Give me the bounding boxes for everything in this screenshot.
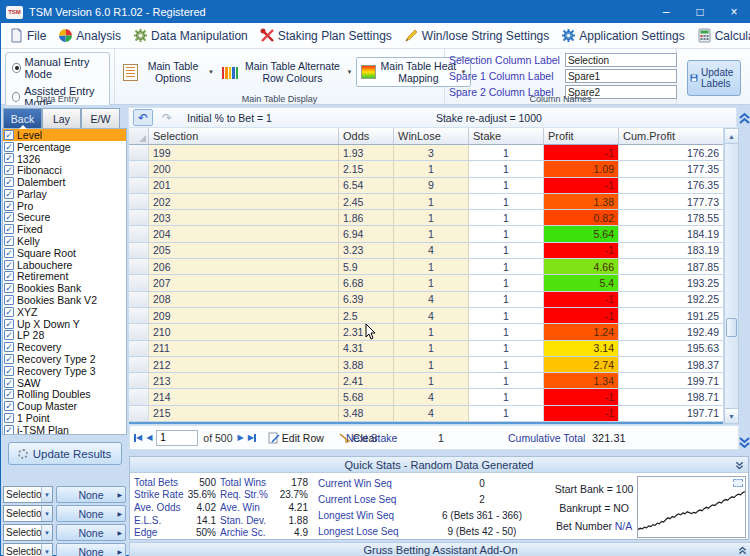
select-all-corner[interactable]	[129, 128, 149, 145]
plan-checkbox[interactable]: ✓	[4, 342, 14, 352]
cell-odds[interactable]: 2.41	[339, 373, 394, 389]
table-row[interactable]: 209 2.5 4 1 -1 191.25	[129, 308, 723, 324]
selection-combo[interactable]: Selection ▼	[3, 486, 53, 503]
cell-selection[interactable]: 210	[149, 324, 339, 340]
row-handle[interactable]	[129, 341, 149, 357]
cell-cum-profit[interactable]: 192.49	[619, 324, 723, 340]
col-header-stake[interactable]: Stake	[469, 128, 544, 145]
cell-profit[interactable]: -1	[544, 406, 619, 422]
cell-stake[interactable]: 1	[469, 226, 544, 242]
table-row[interactable]: 211 4.31 1 1 3.14 195.63	[129, 341, 723, 357]
cell-winlose[interactable]: 4	[394, 243, 469, 259]
cell-winlose[interactable]: 4	[394, 308, 469, 324]
row-handle[interactable]	[129, 373, 149, 389]
cell-profit[interactable]: 2.74	[544, 357, 619, 373]
plan-checkbox[interactable]: ✓	[4, 260, 14, 270]
plan-list-item[interactable]: ✓ Fibonacci	[3, 164, 126, 176]
plan-checkbox[interactable]: ✓	[4, 401, 14, 411]
table-row[interactable]: 200 2.15 1 1 1.09 177.35	[129, 161, 723, 177]
maximize-button[interactable]: □	[683, 1, 717, 23]
chevron-down-icon[interactable]: ▼	[41, 487, 52, 502]
row-handle[interactable]	[129, 292, 149, 308]
row-handle[interactable]	[129, 406, 149, 422]
plan-checkbox[interactable]: ✓	[4, 248, 14, 258]
plan-checkbox[interactable]: ✓	[4, 378, 14, 388]
cell-stake[interactable]: 1	[469, 406, 544, 422]
table-row[interactable]: 215 3.48 4 1 -1 197.71	[129, 406, 723, 422]
cell-stake[interactable]: 1	[469, 243, 544, 259]
plan-checkbox[interactable]: ✓	[4, 389, 14, 399]
cell-profit[interactable]: -1	[544, 308, 619, 324]
selection-column-label-input[interactable]	[565, 53, 677, 67]
cell-stake[interactable]: 1	[469, 389, 544, 405]
cell-stake[interactable]: 1	[469, 357, 544, 373]
cell-odds[interactable]: 5.68	[339, 389, 394, 405]
none-button[interactable]: None ▶	[56, 486, 126, 503]
cell-selection[interactable]: 205	[149, 243, 339, 259]
plan-checkbox[interactable]: ✓	[4, 153, 14, 163]
update-results-button[interactable]: Update Results	[8, 442, 122, 465]
menu-item-calculators[interactable]: Calculators	[692, 25, 750, 46]
cell-stake[interactable]: 1	[469, 324, 544, 340]
edit-row-button[interactable]: Edit Row	[268, 432, 324, 444]
cell-winlose[interactable]: 4	[394, 292, 469, 308]
table-row[interactable]: 204 6.94 1 1 5.64 184.19	[129, 226, 723, 242]
cell-cum-profit[interactable]: 187.85	[619, 259, 723, 275]
cell-selection[interactable]: 206	[149, 259, 339, 275]
plan-list-item[interactable]: ✓ 1 Point	[3, 412, 126, 424]
tab-back[interactable]: Back	[3, 108, 42, 128]
plan-checkbox[interactable]: ✓	[4, 165, 14, 175]
cell-winlose[interactable]: 1	[394, 226, 469, 242]
cell-stake[interactable]: 1	[469, 292, 544, 308]
plan-list-item[interactable]: ✓ Secure	[3, 212, 126, 224]
collapse-down-button[interactable]	[738, 435, 750, 448]
menu-item-data-manipulation[interactable]: Data Manipulation	[128, 25, 255, 46]
plan-checkbox[interactable]: ✓	[4, 224, 14, 234]
cell-selection[interactable]: 202	[149, 194, 339, 210]
cell-profit[interactable]: 4.66	[544, 259, 619, 275]
col-header-cum-profit[interactable]: Cum.Profit	[619, 128, 723, 145]
none-button[interactable]: None ▶	[56, 524, 126, 541]
cell-odds[interactable]: 6.68	[339, 275, 394, 291]
cell-stake[interactable]: 1	[469, 259, 544, 275]
cell-profit[interactable]: 0.82	[544, 210, 619, 226]
cell-winlose[interactable]: 1	[394, 341, 469, 357]
scroll-up-arrow[interactable]: ▲	[725, 129, 738, 144]
cell-cum-profit[interactable]: 178.55	[619, 210, 723, 226]
row-handle[interactable]	[129, 161, 149, 177]
plan-list-item[interactable]: ✓ SAW	[3, 377, 126, 389]
table-row[interactable]: 207 6.68 1 1 5.4 193.25	[129, 275, 723, 291]
plan-checkbox[interactable]: ✓	[4, 319, 14, 329]
menu-item-winlose-string-settings[interactable]: Win/lose String Settings	[399, 25, 556, 46]
plan-checkbox[interactable]: ✓	[4, 354, 14, 364]
plan-checkbox[interactable]: ✓	[4, 307, 14, 317]
row-handle[interactable]	[129, 259, 149, 275]
main-table-options-button[interactable]: Main Table Options ▼	[119, 58, 218, 86]
chevron-down-icon[interactable]: ▼	[41, 544, 52, 556]
quick-stats-header[interactable]: Quick Stats - Random Data Generated	[130, 457, 748, 473]
plan-checkbox[interactable]: ✓	[4, 295, 14, 305]
tab-lay[interactable]: Lay	[42, 108, 81, 128]
plan-list-item[interactable]: ✓ i-TSM Plan	[3, 424, 126, 435]
cell-selection[interactable]: 215	[149, 406, 339, 422]
cell-cum-profit[interactable]: 184.19	[619, 226, 723, 242]
col-header-winlose[interactable]: WinLose	[394, 128, 469, 145]
plan-checkbox[interactable]: ✓	[4, 212, 14, 222]
cell-winlose[interactable]: 1	[394, 210, 469, 226]
plan-list-item[interactable]: ✓ Retirement	[3, 271, 126, 283]
row-handle[interactable]	[129, 243, 149, 259]
row-handle[interactable]	[129, 145, 149, 161]
row-handle[interactable]	[129, 308, 149, 324]
cell-winlose[interactable]: 1	[394, 194, 469, 210]
plan-list-item[interactable]: ✓ Square Root	[3, 247, 126, 259]
update-labels-button[interactable]: Update Labels	[687, 60, 741, 96]
cell-selection[interactable]: 212	[149, 357, 339, 373]
cell-cum-profit[interactable]: 195.63	[619, 341, 723, 357]
plan-checkbox[interactable]: ✓	[4, 236, 14, 246]
row-handle[interactable]	[129, 226, 149, 242]
cell-winlose[interactable]: 1	[394, 357, 469, 373]
cell-cum-profit[interactable]: 183.19	[619, 243, 723, 259]
cell-winlose[interactable]: 3	[394, 145, 469, 161]
cell-selection[interactable]: 204	[149, 226, 339, 242]
cell-winlose[interactable]: 4	[394, 389, 469, 405]
